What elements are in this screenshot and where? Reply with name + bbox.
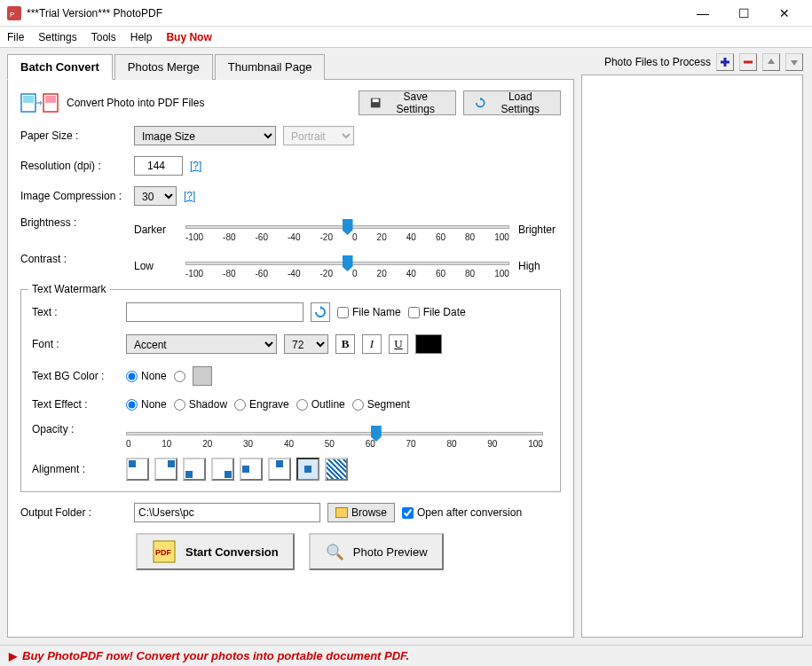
open-after-checkbox[interactable] — [402, 507, 414, 519]
effect-segment-radio[interactable] — [352, 399, 364, 411]
font-label: Font : — [32, 338, 119, 350]
align-center[interactable] — [296, 458, 319, 481]
move-up-button[interactable] — [762, 53, 780, 71]
browse-button[interactable]: Browse — [327, 503, 395, 522]
folder-icon — [335, 507, 348, 518]
maximize-button[interactable]: ☐ — [723, 0, 764, 27]
menu-tools[interactable]: Tools — [91, 31, 116, 43]
compression-label: Image Compression : — [20, 190, 127, 202]
minus-icon — [743, 57, 753, 67]
underline-button[interactable]: U — [389, 334, 408, 354]
arrow-up-icon — [766, 57, 777, 67]
menu-file[interactable]: File — [7, 31, 24, 43]
paper-size-select[interactable]: Image Size — [134, 126, 276, 145]
effect-outline-radio[interactable] — [296, 399, 308, 411]
contrast-high: High — [518, 260, 561, 272]
start-conversion-button[interactable]: PDF Start Conversion — [136, 533, 295, 570]
save-settings-button[interactable]: Save Settings — [359, 90, 456, 115]
effect-engrave-radio[interactable] — [234, 399, 246, 411]
brightness-slider[interactable] — [185, 225, 509, 229]
paper-size-label: Paper Size : — [20, 129, 127, 142]
brightness-low: Darker — [134, 223, 177, 236]
watermark-text-input[interactable] — [126, 302, 304, 322]
opacity-ticks: 0102030405060708090100 — [126, 439, 543, 449]
filename-checkbox[interactable] — [337, 307, 349, 318]
photo-preview-button[interactable]: Photo Preview — [309, 533, 444, 570]
menu-help[interactable]: Help — [130, 31, 153, 43]
file-list[interactable] — [581, 74, 803, 638]
contrast-low: Low — [134, 260, 177, 272]
svg-rect-5 — [45, 96, 56, 103]
arrow-down-icon — [789, 57, 800, 67]
output-folder-input[interactable] — [134, 503, 320, 522]
align-top-center[interactable] — [268, 458, 291, 481]
tab-thumbnail-page[interactable]: Thumbnail Page — [215, 54, 326, 80]
batch-convert-panel: Convert Photo into PDF Files Save Settin… — [7, 79, 574, 638]
save-icon — [370, 97, 381, 109]
compression-help-link[interactable]: [?] — [184, 190, 195, 202]
pdf-icon: PDF — [152, 539, 177, 564]
alignment-label: Alignment : — [32, 463, 119, 475]
compression-select[interactable]: 30 — [134, 186, 177, 206]
reload-icon — [475, 97, 486, 109]
effect-shadow-radio[interactable] — [174, 399, 185, 411]
resolution-help-link[interactable]: [?] — [190, 160, 201, 172]
window-title: ***Trial Version*** PhotoPDF — [27, 7, 682, 20]
add-file-button[interactable] — [716, 53, 734, 71]
status-message[interactable]: Buy PhotoPDF now! Convert your photos in… — [22, 649, 409, 662]
opacity-label: Opacity : — [32, 423, 119, 435]
output-label: Output Folder : — [20, 506, 127, 519]
align-top-left[interactable] — [126, 458, 149, 481]
opacity-slider[interactable] — [126, 432, 543, 435]
statusbar: ▶ Buy PhotoPDF now! Convert your photos … — [0, 645, 812, 666]
align-bottom-left[interactable] — [183, 458, 206, 481]
menu-settings[interactable]: Settings — [38, 31, 76, 43]
effect-none-radio[interactable] — [126, 399, 138, 411]
filedate-checkbox[interactable] — [408, 307, 420, 318]
brightness-high: Brighter — [518, 223, 561, 236]
svg-text:P: P — [10, 11, 14, 19]
files-header: Photo Files to Process — [604, 56, 711, 68]
font-size-select[interactable]: 72 — [284, 334, 328, 354]
remove-file-button[interactable] — [739, 53, 757, 71]
status-arrow-icon: ▶ — [9, 650, 17, 662]
align-bottom-right[interactable] — [211, 458, 234, 481]
watermark-refresh-button[interactable] — [311, 302, 330, 322]
tab-photos-merge[interactable]: Photos Merge — [114, 54, 213, 80]
svg-text:PDF: PDF — [155, 548, 172, 557]
bg-none-radio[interactable] — [126, 371, 138, 382]
font-select[interactable]: Accent — [126, 334, 277, 354]
move-down-button[interactable] — [785, 53, 803, 71]
app-icon: P — [7, 6, 21, 20]
bg-color-radio[interactable] — [174, 371, 185, 382]
contrast-label: Contrast : — [20, 253, 127, 265]
bg-color-label: Text BG Color : — [32, 370, 119, 382]
resolution-input[interactable] — [134, 156, 183, 176]
resolution-label: Resolution (dpi) : — [20, 160, 127, 172]
contrast-slider[interactable] — [185, 262, 509, 265]
titlebar: P ***Trial Version*** PhotoPDF — ☐ ✕ — [0, 0, 812, 27]
align-left-center[interactable] — [240, 458, 263, 481]
bold-button[interactable]: B — [335, 334, 355, 354]
magnifier-icon — [325, 542, 344, 561]
align-tile[interactable] — [325, 458, 348, 481]
font-color-swatch[interactable] — [415, 334, 442, 354]
align-top-right[interactable] — [154, 458, 177, 481]
svg-rect-3 — [23, 96, 34, 103]
brightness-label: Brightness : — [20, 216, 127, 229]
convert-icon — [20, 92, 59, 114]
bg-color-swatch[interactable] — [193, 366, 212, 386]
watermark-group: Text Watermark Text : File Name File Dat… — [20, 289, 561, 492]
menu-buy-now[interactable]: Buy Now — [166, 31, 211, 43]
tab-batch-convert[interactable]: Batch Convert — [7, 54, 113, 80]
load-settings-button[interactable]: Load Settings — [463, 90, 561, 115]
svg-point-10 — [327, 545, 338, 555]
menubar: File Settings Tools Help Buy Now — [0, 27, 812, 48]
close-button[interactable]: ✕ — [764, 0, 805, 27]
minimize-button[interactable]: — — [682, 0, 723, 27]
plus-icon — [720, 57, 730, 67]
orientation-select[interactable]: Portrait — [283, 126, 354, 145]
tabs: Batch Convert Photos Merge Thumbnail Pag… — [7, 54, 574, 80]
italic-button[interactable]: I — [362, 334, 382, 354]
svg-rect-7 — [373, 99, 379, 103]
